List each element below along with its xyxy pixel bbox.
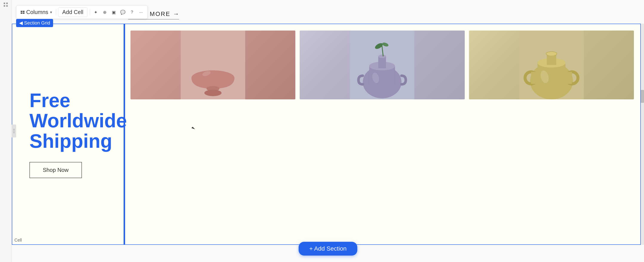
columns-label: Columns <box>26 9 48 16</box>
svg-point-22 <box>546 52 557 56</box>
shop-now-button[interactable]: Shop Now <box>30 162 82 178</box>
heading-line3: Shipping <box>30 131 106 151</box>
add-section-container: + Add Section <box>298 242 358 255</box>
left-column: Free Worldwide Shipping Shop Now Cell <box>12 24 124 244</box>
images-row <box>130 28 634 99</box>
sidebar-handle <box>0 0 12 262</box>
section-grid-text: ◀ Section Grid <box>19 20 50 26</box>
heading-line1: Free <box>30 90 106 111</box>
svg-point-4 <box>204 90 222 96</box>
product-image-purple-vase <box>300 31 464 99</box>
add-section-button[interactable]: + Add Section <box>298 242 358 255</box>
add-cell-button[interactable]: Add Cell <box>58 7 88 17</box>
top-content-area: READ MORE → <box>128 0 644 24</box>
cell-label: Cell <box>14 238 22 243</box>
read-more-arrow-icon: → <box>173 11 179 18</box>
sidebar-dots-icon <box>4 3 8 7</box>
column-resize-handle[interactable] <box>124 24 125 244</box>
left-drag-handle[interactable] <box>12 125 16 137</box>
editor-area: READ MORE → Columns ▾ Add Cell ✦ ⊕ ▣ 💬 ?… <box>12 0 644 262</box>
heading-line2: Worldwide <box>30 111 106 131</box>
drag-dots-icon <box>14 129 14 133</box>
scrollbar[interactable] <box>641 24 644 245</box>
svg-rect-24 <box>531 72 540 84</box>
section-grid-label[interactable]: ◀ Section Grid <box>16 19 53 27</box>
columns-dropdown[interactable]: Columns ▾ <box>19 8 54 16</box>
more-button[interactable]: ··· <box>137 9 145 16</box>
svg-rect-26 <box>563 72 572 84</box>
svg-point-11 <box>378 55 386 58</box>
svg-rect-10 <box>378 56 386 68</box>
product-image-gold-vase <box>469 31 634 99</box>
right-column <box>124 24 640 244</box>
sparkle-button[interactable]: ✦ <box>92 9 100 16</box>
chevron-down-icon: ▾ <box>50 10 52 15</box>
layers-button[interactable]: ⊕ <box>101 9 109 16</box>
scrollbar-thumb[interactable] <box>641 90 644 103</box>
help-button[interactable]: ? <box>128 9 136 16</box>
main-heading: Free Worldwide Shipping <box>30 90 106 151</box>
comment-button[interactable]: 💬 <box>119 9 127 16</box>
toolbar: Columns ▾ Add Cell ✦ ⊕ ▣ 💬 ? ··· <box>16 5 148 19</box>
layout-button[interactable]: ▣ <box>110 9 118 16</box>
product-image-pink-bowl <box>130 31 295 99</box>
canvas-section: Free Worldwide Shipping Shop Now Cell <box>12 24 641 245</box>
columns-icon <box>21 11 24 14</box>
